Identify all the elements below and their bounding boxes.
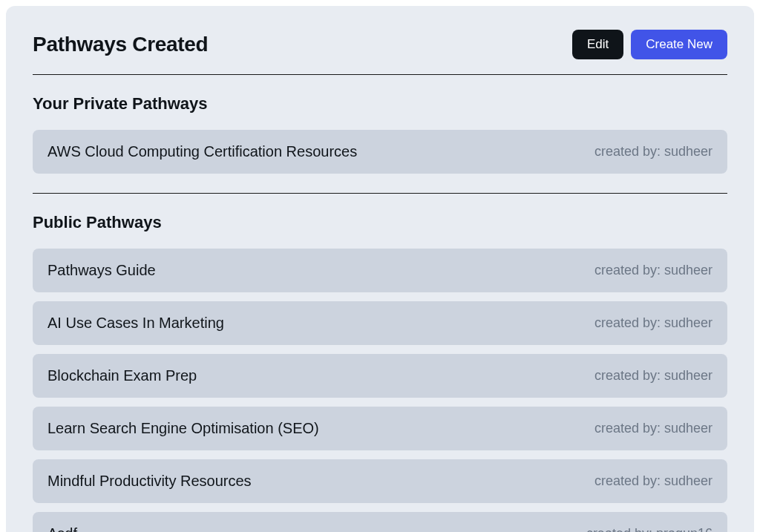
page-title: Pathways Created [33, 33, 208, 56]
private-section-title: Your Private Pathways [33, 94, 727, 114]
public-pathway-list: Pathways Guidecreated by: sudheerAI Use … [33, 249, 727, 532]
header-actions: Edit Create New [572, 30, 727, 59]
pathway-item[interactable]: AWS Cloud Computing Certification Resour… [33, 130, 727, 174]
pathway-title: AI Use Cases In Marketing [48, 315, 224, 332]
pathway-creator: created by: sudheer [594, 421, 712, 436]
pathway-title: AWS Cloud Computing Certification Resour… [48, 143, 357, 160]
pathway-creator: created by: sudheer [594, 473, 712, 489]
pathway-item[interactable]: Asdfcreated by: pragun16 [33, 512, 727, 532]
create-new-button[interactable]: Create New [631, 30, 727, 59]
pathway-title: Learn Search Engine Optimisation (SEO) [48, 420, 319, 437]
public-pathways-section: Public Pathways Pathways Guidecreated by… [33, 194, 727, 532]
pathway-creator: created by: sudheer [594, 315, 712, 331]
pathway-title: Blockchain Exam Prep [48, 367, 197, 384]
panel-header: Pathways Created Edit Create New [33, 30, 727, 75]
pathway-creator: created by: pragun16 [586, 526, 712, 532]
private-pathways-section: Your Private Pathways AWS Cloud Computin… [33, 75, 727, 194]
pathway-item[interactable]: Learn Search Engine Optimisation (SEO)cr… [33, 407, 727, 450]
pathway-item[interactable]: Blockchain Exam Prepcreated by: sudheer [33, 354, 727, 398]
edit-button[interactable]: Edit [572, 30, 623, 59]
pathway-title: Pathways Guide [48, 262, 156, 279]
pathway-creator: created by: sudheer [594, 263, 712, 278]
pathway-creator: created by: sudheer [594, 368, 712, 384]
public-section-title: Public Pathways [33, 213, 727, 232]
pathways-panel: Pathways Created Edit Create New Your Pr… [6, 6, 754, 532]
pathway-item[interactable]: Pathways Guidecreated by: sudheer [33, 249, 727, 292]
pathway-item[interactable]: Mindful Productivity Resourcescreated by… [33, 459, 727, 503]
private-pathway-list: AWS Cloud Computing Certification Resour… [33, 130, 727, 174]
pathway-title: Asdf [48, 525, 77, 532]
pathway-item[interactable]: AI Use Cases In Marketingcreated by: sud… [33, 301, 727, 345]
pathway-title: Mindful Productivity Resources [48, 473, 252, 490]
pathway-creator: created by: sudheer [594, 144, 712, 160]
